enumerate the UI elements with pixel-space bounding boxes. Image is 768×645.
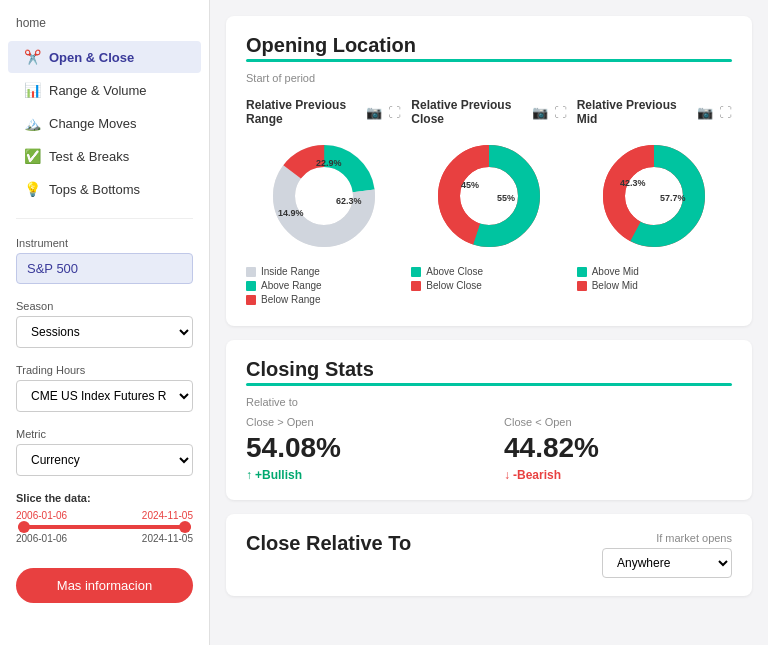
sidebar-item-open-close[interactable]: ✂️Open & Close bbox=[8, 41, 201, 73]
range-volume-icon: 📊 bbox=[24, 82, 41, 98]
slice-end-top: 2024-11-05 bbox=[142, 510, 193, 521]
test-breaks-label: Test & Breaks bbox=[49, 149, 129, 164]
chart1-icons: 📷 ⛶ bbox=[366, 105, 401, 120]
open-close-label: Open & Close bbox=[49, 50, 134, 65]
slice-label: Slice the data: bbox=[16, 492, 193, 504]
legend-above-close: Above Close bbox=[411, 266, 566, 277]
legend-dot-below bbox=[246, 295, 256, 305]
instrument-value[interactable]: S&P 500 bbox=[16, 253, 193, 284]
close-relative-title: Close Relative To bbox=[246, 532, 411, 555]
charts-row: Relative Previous Range 📷 ⛶ bbox=[246, 98, 732, 308]
test-breaks-icon: ✅ bbox=[24, 148, 41, 164]
slice-end-bottom: 2024-11-05 bbox=[142, 533, 193, 544]
season-select[interactable]: Sessions bbox=[16, 316, 193, 348]
legend-above-range: Above Range bbox=[246, 280, 401, 291]
legend-dot-below-mid bbox=[577, 281, 587, 291]
chart1-title: Relative Previous Range bbox=[246, 98, 366, 126]
slice-field: Slice the data: 2006-01-06 2024-11-05 20… bbox=[0, 486, 209, 554]
camera-icon-2[interactable]: 📷 bbox=[532, 105, 548, 120]
slice-dates-bottom: 2006-01-06 2024-11-05 bbox=[16, 533, 193, 544]
stat-close-lt-open: Close < Open 44.82% ↓ -Bearish bbox=[504, 416, 732, 482]
legend-below-range: Below Range bbox=[246, 294, 401, 305]
svg-text:62.3%: 62.3% bbox=[336, 196, 362, 206]
stat2-badge-label: -Bearish bbox=[513, 468, 561, 482]
mas-informacion-button[interactable]: Mas informacion bbox=[16, 568, 193, 603]
legend-label-below-mid: Below Mid bbox=[592, 280, 638, 291]
trading-hours-select[interactable]: CME US Index Futures RTH bbox=[16, 380, 193, 412]
instrument-label: Instrument bbox=[16, 237, 193, 249]
stat1-badge-label: +Bullish bbox=[255, 468, 302, 482]
instrument-field: Instrument S&P 500 bbox=[0, 231, 209, 294]
chart3-donut: 57.7% 42.3% bbox=[594, 136, 714, 256]
sidebar-item-tops-bottoms[interactable]: 💡Tops & Bottoms bbox=[8, 173, 201, 205]
chart2-title: Relative Previous Close bbox=[411, 98, 531, 126]
home-link[interactable]: home bbox=[0, 16, 209, 40]
relative-to-label: Relative to bbox=[246, 396, 732, 408]
camera-icon-3[interactable]: 📷 bbox=[697, 105, 713, 120]
slice-dates-top: 2006-01-06 2024-11-05 bbox=[16, 510, 193, 521]
stat2-badge: ↓ -Bearish bbox=[504, 468, 732, 482]
stat1-badge: ↑ +Bullish bbox=[246, 468, 474, 482]
season-field: Season Sessions bbox=[0, 294, 209, 358]
legend-dot-below-close bbox=[411, 281, 421, 291]
slice-start-top: 2006-01-06 bbox=[16, 510, 67, 521]
legend-dot-above-close bbox=[411, 267, 421, 277]
legend-dot-inside bbox=[246, 267, 256, 277]
closing-stats-title: Closing Stats bbox=[246, 358, 732, 381]
chart-relative-previous-mid: Relative Previous Mid 📷 ⛶ 57.7% bbox=[577, 98, 732, 294]
svg-text:55%: 55% bbox=[497, 193, 515, 203]
arrow-down-icon: ↓ bbox=[504, 468, 510, 482]
closing-stats-card: Closing Stats Relative to Close > Open 5… bbox=[226, 340, 752, 500]
sidebar-item-range-volume[interactable]: 📊Range & Volume bbox=[8, 74, 201, 106]
range-volume-label: Range & Volume bbox=[49, 83, 147, 98]
legend-dot-above-mid bbox=[577, 267, 587, 277]
stats-row: Close > Open 54.08% ↑ +Bullish Close < O… bbox=[246, 416, 732, 482]
change-moves-label: Change Moves bbox=[49, 116, 136, 131]
opening-location-title: Opening Location bbox=[246, 34, 732, 57]
closing-stats-underline bbox=[246, 383, 732, 386]
stat1-value: 54.08% bbox=[246, 432, 474, 464]
chart1-svg: 22.9% 62.3% 14.9% bbox=[264, 136, 384, 256]
chart-relative-previous-range: Relative Previous Range 📷 ⛶ bbox=[246, 98, 401, 308]
legend-label-above-close: Above Close bbox=[426, 266, 483, 277]
opening-location-card: Opening Location Start of period Relativ… bbox=[226, 16, 752, 326]
svg-text:14.9%: 14.9% bbox=[278, 208, 304, 218]
season-label: Season bbox=[16, 300, 193, 312]
open-close-icon: ✂️ bbox=[24, 49, 41, 65]
chart-relative-previous-close: Relative Previous Close 📷 ⛶ 55% bbox=[411, 98, 566, 294]
slice-start-bottom: 2006-01-06 bbox=[16, 533, 67, 544]
chart2-header: Relative Previous Close 📷 ⛶ bbox=[411, 98, 566, 126]
trading-hours-field: Trading Hours CME US Index Futures RTH bbox=[0, 358, 209, 422]
tops-bottoms-icon: 💡 bbox=[24, 181, 41, 197]
sidebar-item-test-breaks[interactable]: ✅Test & Breaks bbox=[8, 140, 201, 172]
svg-text:45%: 45% bbox=[461, 180, 479, 190]
arrow-up-icon: ↑ bbox=[246, 468, 252, 482]
chart3-svg: 57.7% 42.3% bbox=[594, 136, 714, 256]
anywhere-select[interactable]: Anywhere Above Range Below Range Inside … bbox=[602, 548, 732, 578]
stat1-label: Close > Open bbox=[246, 416, 474, 428]
close-rel-row: Close Relative To If market opens Anywhe… bbox=[246, 532, 732, 578]
slice-thumb-right[interactable] bbox=[179, 521, 191, 533]
slice-thumb-left[interactable] bbox=[18, 521, 30, 533]
sidebar-item-change-moves[interactable]: 🏔️Change Moves bbox=[8, 107, 201, 139]
close-relative-card: Close Relative To If market opens Anywhe… bbox=[226, 514, 752, 596]
legend-above-mid: Above Mid bbox=[577, 266, 732, 277]
expand-icon-3[interactable]: ⛶ bbox=[719, 105, 732, 120]
change-moves-icon: 🏔️ bbox=[24, 115, 41, 131]
chart1-header: Relative Previous Range 📷 ⛶ bbox=[246, 98, 401, 126]
chart2-legend: Above Close Below Close bbox=[411, 266, 566, 294]
chart3-title: Relative Previous Mid bbox=[577, 98, 697, 126]
legend-inside-range: Inside Range bbox=[246, 266, 401, 277]
stat-close-gt-open: Close > Open 54.08% ↑ +Bullish bbox=[246, 416, 474, 482]
metric-select[interactable]: Currency bbox=[16, 444, 193, 476]
chart1-donut: 22.9% 62.3% 14.9% bbox=[264, 136, 384, 256]
svg-text:22.9%: 22.9% bbox=[316, 158, 342, 168]
stat2-value: 44.82% bbox=[504, 432, 732, 464]
camera-icon[interactable]: 📷 bbox=[366, 105, 382, 120]
expand-icon[interactable]: ⛶ bbox=[388, 105, 401, 120]
chart3-icons: 📷 ⛶ bbox=[697, 105, 732, 120]
main-content: Opening Location Start of period Relativ… bbox=[210, 0, 768, 645]
expand-icon-2[interactable]: ⛶ bbox=[554, 105, 567, 120]
legend-label-below-close: Below Close bbox=[426, 280, 482, 291]
stat2-label: Close < Open bbox=[504, 416, 732, 428]
